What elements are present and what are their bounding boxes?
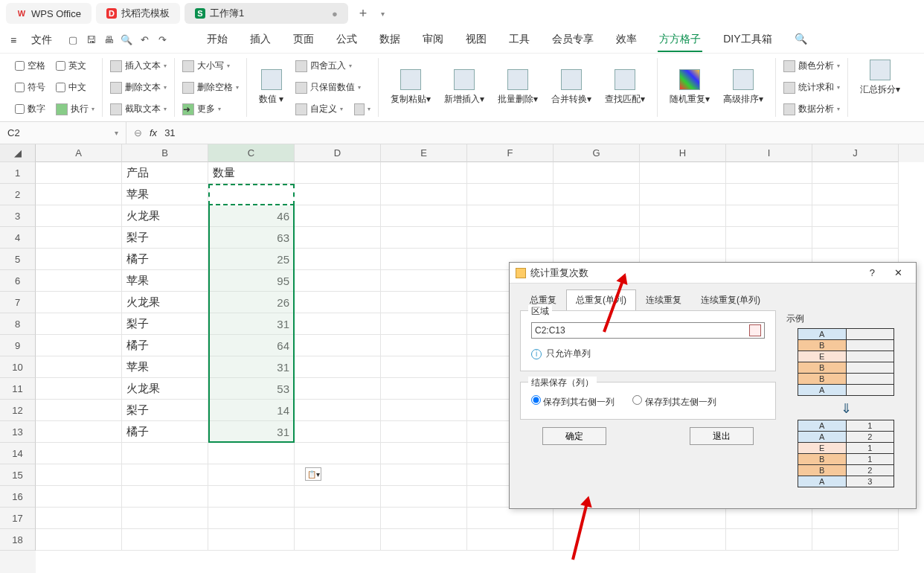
cell[interactable] xyxy=(812,184,899,205)
cell[interactable] xyxy=(295,443,381,464)
cell[interactable] xyxy=(36,184,122,205)
column-header[interactable]: B xyxy=(122,144,208,162)
column-header[interactable]: I xyxy=(726,144,812,162)
cell[interactable] xyxy=(208,464,295,486)
cell[interactable] xyxy=(726,162,812,184)
chk-en[interactable]: 英文 xyxy=(56,60,86,72)
menu-tab[interactable]: 公式 xyxy=(335,28,359,52)
row-header[interactable]: 16 xyxy=(0,486,36,508)
column-header[interactable]: C xyxy=(208,144,295,162)
cell[interactable] xyxy=(208,508,295,529)
cell[interactable] xyxy=(381,400,467,421)
cell[interactable] xyxy=(295,162,381,184)
cell[interactable] xyxy=(36,205,122,227)
name-box[interactable]: C2 ▾ xyxy=(0,122,126,144)
cell[interactable] xyxy=(36,508,122,529)
cell[interactable] xyxy=(640,227,726,249)
tab-workbook[interactable]: S 工作簿1 ● xyxy=(185,3,348,24)
row-header[interactable]: 10 xyxy=(0,356,36,378)
column-header[interactable]: E xyxy=(381,144,467,162)
cell[interactable] xyxy=(295,292,381,313)
cell[interactable]: 火龙果 xyxy=(122,205,208,227)
cell[interactable] xyxy=(726,227,812,249)
qat-save-icon[interactable]: 🖫 xyxy=(85,34,97,46)
cell[interactable] xyxy=(381,227,467,249)
cell[interactable] xyxy=(381,205,467,227)
cell[interactable] xyxy=(36,443,122,464)
cell[interactable]: 26 xyxy=(208,292,295,313)
cell[interactable] xyxy=(295,508,381,529)
cell[interactable] xyxy=(295,313,381,335)
cell[interactable] xyxy=(467,162,554,184)
cell[interactable] xyxy=(36,292,122,313)
dialog-tab[interactable]: 连续重复 xyxy=(636,289,691,311)
row-header[interactable]: 12 xyxy=(0,400,36,421)
cell[interactable] xyxy=(554,529,640,551)
cell[interactable]: 橘子 xyxy=(122,249,208,270)
row-header[interactable]: 5 xyxy=(0,249,36,270)
cell[interactable] xyxy=(554,227,640,249)
cell[interactable]: 苹果 xyxy=(122,184,208,205)
menu-tab[interactable]: 会员专享 xyxy=(551,28,595,52)
menu-tab[interactable]: 插入 xyxy=(248,28,272,52)
hamburger-icon[interactable]: ≡ xyxy=(6,34,21,46)
cell[interactable]: 31 xyxy=(208,356,295,378)
btn-keepnum[interactable]: 只保留数值▾ xyxy=(295,81,370,94)
chk-cn[interactable]: 中文 xyxy=(56,81,86,94)
cell[interactable]: 火龙果 xyxy=(122,378,208,400)
menu-tab-active[interactable]: 方方格子 xyxy=(658,28,702,52)
cell[interactable] xyxy=(381,378,467,400)
cell[interactable] xyxy=(554,184,640,205)
cell[interactable] xyxy=(381,270,467,292)
qat-undo-icon[interactable]: ↶ xyxy=(138,34,150,46)
cell[interactable]: 梨子 xyxy=(122,227,208,249)
cell[interactable]: 苹果 xyxy=(122,356,208,378)
cell[interactable] xyxy=(554,205,640,227)
cell[interactable] xyxy=(295,184,381,205)
cell[interactable] xyxy=(812,508,899,529)
btn-sum[interactable]: 统计求和▾ xyxy=(783,81,840,94)
row-header[interactable]: 13 xyxy=(0,421,36,443)
cell[interactable]: 苹果 xyxy=(122,270,208,292)
cell[interactable] xyxy=(36,249,122,270)
column-header[interactable]: J xyxy=(812,144,899,162)
cell[interactable] xyxy=(467,227,554,249)
cell[interactable] xyxy=(36,313,122,335)
btn-add[interactable]: 新增插入▾ xyxy=(440,60,489,115)
column-header[interactable]: G xyxy=(554,144,640,162)
btn-extract-text[interactable]: 截取文本▾ xyxy=(110,103,167,115)
column-header[interactable]: D xyxy=(295,144,381,162)
cell[interactable] xyxy=(122,529,208,551)
btn-insert-text[interactable]: 插入文本▾ xyxy=(110,60,167,72)
cell[interactable] xyxy=(467,529,554,551)
cell[interactable] xyxy=(381,356,467,378)
btn-split[interactable]: 汇总拆分▾ xyxy=(856,60,905,96)
cell[interactable] xyxy=(381,529,467,551)
dialog-tab[interactable]: 连续重复(单列) xyxy=(691,289,770,311)
menu-tab[interactable]: DIY工具箱 xyxy=(722,28,773,52)
cell[interactable] xyxy=(381,443,467,464)
cell[interactable] xyxy=(122,508,208,529)
cell[interactable] xyxy=(812,227,899,249)
cell[interactable]: 46 xyxy=(208,205,295,227)
cell[interactable] xyxy=(381,508,467,529)
cell[interactable] xyxy=(208,486,295,508)
radio-right[interactable]: 保存到其右侧一列 xyxy=(531,395,615,409)
cell[interactable] xyxy=(381,162,467,184)
cell[interactable] xyxy=(467,205,554,227)
cell[interactable] xyxy=(295,227,381,249)
cell[interactable] xyxy=(812,162,899,184)
menu-tab[interactable]: 开始 xyxy=(205,28,229,52)
fx-icon[interactable]: fx xyxy=(150,127,157,138)
cell[interactable]: 梨子 xyxy=(122,313,208,335)
cell[interactable] xyxy=(726,205,812,227)
cell[interactable] xyxy=(467,508,554,529)
cell[interactable] xyxy=(381,313,467,335)
cell[interactable]: 产品 xyxy=(122,162,208,184)
row-header[interactable]: 9 xyxy=(0,335,36,356)
cell[interactable]: 31 xyxy=(208,421,295,443)
row-header[interactable]: 15 xyxy=(0,464,36,486)
cell[interactable] xyxy=(36,529,122,551)
qat-print-icon[interactable]: 🖶 xyxy=(103,34,115,46)
cell[interactable]: 31 xyxy=(208,184,295,205)
